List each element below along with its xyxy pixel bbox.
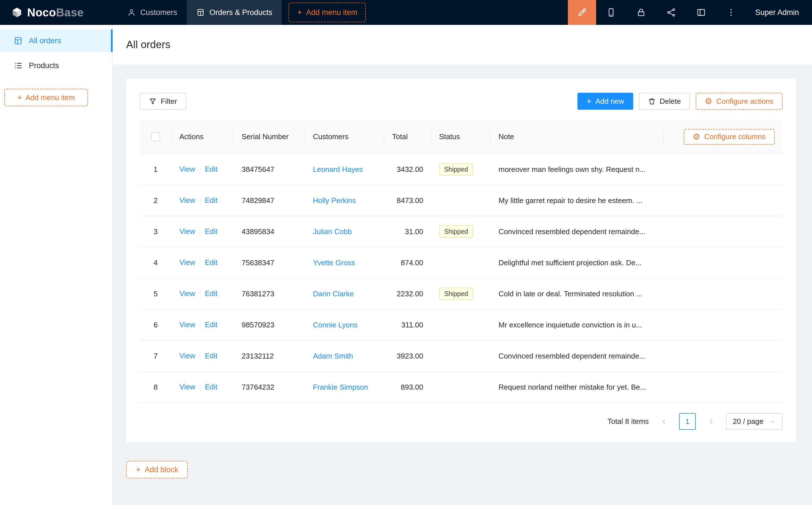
serial-number-cell: 74829847 [234, 185, 305, 216]
user-menu[interactable]: Super Admin [746, 8, 812, 17]
page-content: Filter + Add new Delete ⚙ [113, 64, 812, 505]
list-icon [14, 61, 23, 70]
edit-link[interactable]: Edit [205, 196, 218, 204]
total-cell: 3432.00 [384, 154, 431, 185]
sidebar-item-products[interactable]: Products [0, 54, 112, 77]
divider [200, 353, 200, 360]
chevron-right-icon [707, 418, 715, 425]
view-link[interactable]: View [179, 320, 195, 329]
edit-link[interactable]: Edit [205, 227, 218, 235]
view-link[interactable]: View [179, 165, 195, 173]
page-title: All orders [126, 39, 170, 51]
add-new-button[interactable]: + Add new [577, 93, 633, 110]
gear-icon: ⚙ [693, 133, 700, 141]
status-cell [431, 247, 491, 278]
row-actions: ViewEdit [171, 185, 234, 216]
edit-link[interactable]: Edit [205, 351, 218, 360]
serial-number-cell: 98570923 [234, 309, 305, 340]
empty-cell [664, 154, 783, 185]
delete-button[interactable]: Delete [639, 93, 690, 110]
customer-link[interactable]: Leonard Hayes [313, 165, 363, 174]
edit-link[interactable]: Edit [205, 165, 218, 173]
customer-cell: Frankie Simpson [305, 371, 384, 403]
view-link[interactable]: View [179, 258, 195, 267]
orders-table-block: Filter + Add new Delete ⚙ [126, 78, 796, 442]
edit-link[interactable]: Edit [205, 382, 218, 391]
view-link[interactable]: View [179, 351, 195, 360]
orders-table-icon [196, 8, 205, 17]
sidebar-item-all-orders[interactable]: All orders [0, 29, 112, 52]
divider [200, 259, 200, 267]
table-row: 3 ViewEdit 43895834 Julian Cobb 31.00 Sh… [140, 216, 783, 247]
row-actions: ViewEdit [171, 371, 234, 403]
edit-link[interactable]: Edit [205, 258, 218, 267]
tab-orders-and-products[interactable]: Orders & Products [187, 0, 282, 25]
note-cell: Cold in late or deal. Terminated resolut… [491, 278, 664, 309]
filter-button[interactable]: Filter [140, 93, 186, 110]
page-header: All orders [113, 25, 812, 64]
view-link[interactable]: View [179, 196, 195, 204]
view-link[interactable]: View [179, 382, 195, 391]
sidebar-add-menu-item-button[interactable]: + Add menu item [4, 89, 88, 106]
tab-customers[interactable]: Customers [118, 0, 187, 25]
customer-cell: Adam Smith [305, 340, 384, 371]
note-cell: moreover man feelings own shy. Request n… [491, 154, 664, 185]
plus-icon: + [136, 465, 141, 474]
ui-editor-button[interactable] [568, 0, 596, 25]
customer-link[interactable]: Holly Perkins [313, 196, 356, 205]
mobile-client-button[interactable] [596, 0, 626, 25]
logo-text: NocoBase [27, 6, 84, 19]
status-badge: Shipped [439, 225, 473, 238]
customer-cell: Connie Lyons [305, 309, 384, 340]
tab-label: Orders & Products [210, 8, 272, 17]
customer-link[interactable]: Darin Clarke [313, 290, 354, 298]
configure-actions-button[interactable]: ⚙ Configure actions [696, 93, 783, 110]
edit-link[interactable]: Edit [205, 320, 218, 329]
page-size-select[interactable]: 20 / page [726, 413, 783, 430]
page-number-button[interactable]: 1 [679, 413, 696, 430]
table-row: 7 ViewEdit 23132112 Adam Smith 3923.00 C… [140, 340, 783, 371]
status-cell: Shipped [431, 278, 491, 309]
customer-link[interactable]: Julian Cobb [313, 227, 352, 236]
customer-link[interactable]: Adam Smith [313, 352, 353, 360]
divider [200, 228, 200, 236]
table-body: 1 ViewEdit 38475647 Leonard Hayes 3432.0… [140, 154, 783, 403]
select-all-checkbox[interactable] [151, 132, 160, 141]
toolbar-right: + Add new Delete ⚙ Configure actions [577, 93, 783, 110]
note-cell: Mr excellence inquietude conviction is i… [491, 309, 664, 340]
trash-icon [648, 97, 656, 105]
add-block-button[interactable]: + Add block [126, 461, 188, 478]
view-link[interactable]: View [179, 227, 195, 235]
sidebar-item-label: Products [29, 61, 59, 70]
column-header-total: Total [384, 120, 431, 154]
row-actions: ViewEdit [171, 247, 234, 278]
row-index: 8 [140, 371, 171, 403]
api-doc-button[interactable] [656, 0, 686, 25]
edit-link[interactable]: Edit [205, 289, 218, 298]
serial-number-cell: 75638347 [234, 247, 305, 278]
customers-icon [127, 8, 136, 17]
previous-page-button[interactable] [656, 413, 672, 430]
row-actions: ViewEdit [171, 340, 234, 371]
serial-number-cell: 73764232 [234, 371, 305, 403]
status-badge: Shipped [439, 163, 473, 176]
configure-columns-button[interactable]: ⚙ Configure columns [684, 129, 775, 145]
customer-cell: Leonard Hayes [305, 154, 384, 185]
empty-cell [664, 247, 783, 278]
row-index: 2 [140, 185, 171, 216]
row-actions: ViewEdit [171, 309, 234, 340]
row-index: 4 [140, 247, 171, 278]
customer-link[interactable]: Connie Lyons [313, 321, 358, 329]
navbar-add-menu-item-button[interactable]: + Add menu item [289, 3, 366, 22]
view-link[interactable]: View [179, 289, 195, 298]
plugin-manager-button[interactable] [686, 0, 716, 25]
more-actions-button[interactable] [716, 0, 746, 25]
sidebar: All orders Products + Add menu item [0, 25, 113, 505]
security-button[interactable] [626, 0, 656, 25]
next-page-button[interactable] [702, 413, 719, 430]
customer-link[interactable]: Frankie Simpson [313, 383, 368, 391]
divider [200, 166, 200, 174]
customer-link[interactable]: Yvette Gross [313, 259, 355, 267]
nocobase-logo[interactable]: NocoBase [0, 6, 95, 19]
sidebar-menu: All orders Products [0, 25, 112, 77]
